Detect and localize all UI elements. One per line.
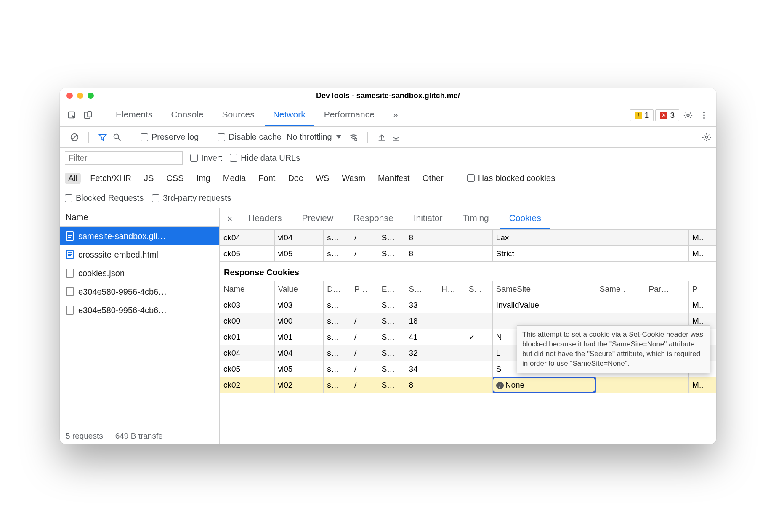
separator [88,132,89,143]
type-ws[interactable]: WS [312,173,332,184]
inspect-icon[interactable] [65,108,79,122]
more-icon[interactable] [697,108,711,122]
samesite-tooltip: This attempt to set a cookie via a Set-C… [517,325,710,373]
svg-point-3 [687,114,689,117]
network-settings-icon[interactable] [702,133,711,142]
svg-point-11 [355,138,357,141]
request-row[interactable]: samesite-sandbox.gli… [60,227,219,245]
error-icon: ✕ [660,112,667,119]
error-count: 3 [670,111,675,120]
request-row[interactable]: e304e580-9956-4cb6… [60,301,219,319]
detail-tabs: × Headers Preview Response Initiator Tim… [220,208,716,229]
warning-badge[interactable]: ! 1 [630,109,654,121]
dtab-headers[interactable]: Headers [239,208,291,229]
filter-icon[interactable] [98,133,107,142]
document-icon [66,250,74,260]
dtab-timing[interactable]: Timing [454,208,498,229]
tab-elements[interactable]: Elements [107,104,161,126]
invert-label: Invert [201,153,222,163]
transfer-size: 649 B transfe [109,428,169,444]
invert-checkbox[interactable]: Invert [190,153,222,163]
type-media[interactable]: Media [220,173,249,184]
tab-console[interactable]: Console [163,104,212,126]
samesite-value: None [505,380,524,389]
clear-icon[interactable] [70,133,79,142]
body-split: Name samesite-sandbox.gli… crosssite-emb… [60,208,716,444]
svg-rect-25 [66,306,73,314]
table-row-blocked[interactable]: ck02vl02s…/S…8 iNone M.. [220,377,716,393]
request-row[interactable]: cookies.json [60,264,219,282]
network-toolbar: Preserve log Disable cache No throttling [60,127,716,148]
device-toggle-icon[interactable] [81,108,95,122]
file-icon [66,287,74,297]
svg-rect-23 [66,269,73,277]
svg-point-5 [703,114,705,116]
type-fetch[interactable]: Fetch/XHR [87,173,135,184]
type-wasm[interactable]: Wasm [338,173,369,184]
request-name: samesite-sandbox.gli… [78,231,166,241]
network-conditions-icon[interactable] [349,133,358,142]
response-cookies-heading: Response Cookies [220,262,716,281]
has-blocked-cookies-checkbox[interactable]: Has blocked cookies [467,173,555,183]
settings-icon[interactable] [681,108,695,122]
svg-point-6 [703,117,705,119]
request-name: cookies.json [78,269,125,278]
svg-line-8 [72,134,77,140]
throttling-value: No throttling [287,132,332,142]
disable-cache-checkbox[interactable]: Disable cache [218,132,282,142]
search-icon[interactable] [112,133,122,142]
separator [208,132,208,143]
upload-har-icon[interactable] [377,133,386,142]
dtab-initiator[interactable]: Initiator [404,208,452,229]
hide-data-urls-checkbox[interactable]: Hide data URLs [230,153,300,163]
file-icon [66,268,74,278]
table-header-row: NameValueD…P…E…S…H…S…SameSiteSame…Par…P [220,281,716,297]
tab-performance[interactable]: Performance [316,104,383,126]
blocked-requests-label: Blocked Requests [76,193,144,203]
preserve-log-label: Preserve log [151,132,199,142]
svg-point-4 [703,112,705,113]
request-count: 5 requests [60,428,109,444]
svg-point-9 [114,134,119,138]
document-icon [66,231,74,241]
type-css[interactable]: CSS [163,173,187,184]
info-icon: i [496,382,504,389]
type-img[interactable]: Img [193,173,214,184]
cookies-body: ck04vl04s…/S…8LaxM.. ck05vl05s…/S…8Stric… [220,229,716,444]
preserve-log-checkbox[interactable]: Preserve log [141,132,199,142]
main-tabbar: Elements Console Sources Network Perform… [60,104,716,127]
tab-overflow[interactable]: » [385,104,407,126]
type-manifest[interactable]: Manifest [375,173,413,184]
window-title: DevTools - samesite-sandbox.glitch.me/ [60,91,716,100]
third-party-checkbox[interactable]: 3rd-party requests [152,193,231,203]
type-font[interactable]: Font [255,173,279,184]
filter-input[interactable] [65,151,183,165]
close-detail-icon[interactable]: × [222,213,237,224]
request-list-footer: 5 requests 649 B transfe [60,428,219,444]
dtab-preview[interactable]: Preview [292,208,343,229]
dtab-response[interactable]: Response [344,208,403,229]
request-row[interactable]: e304e580-9956-4cb6… [60,282,219,301]
tab-network[interactable]: Network [265,104,314,126]
table-row[interactable]: ck03vl03s…S…33InvalidValueM.. [220,297,716,313]
table-row[interactable]: ck04vl04s…/S…8LaxM.. [220,230,716,246]
resource-type-row: All Fetch/XHR JS CSS Img Media Font Doc … [60,168,716,188]
type-all[interactable]: All [65,173,81,184]
request-row[interactable]: crosssite-embed.html [60,245,219,264]
download-har-icon[interactable] [391,133,401,142]
type-other[interactable]: Other [419,173,447,184]
type-js[interactable]: JS [141,173,157,184]
tab-sources[interactable]: Sources [214,104,263,126]
chevron-down-icon [336,135,341,139]
separator [131,132,131,143]
dtab-cookies[interactable]: Cookies [500,208,550,229]
blocked-requests-checkbox[interactable]: Blocked Requests [65,193,144,203]
error-badge[interactable]: ✕ 3 [655,109,679,121]
filter-row: Invert Hide data URLs [60,148,716,168]
samesite-none-cell[interactable]: iNone [492,377,596,393]
throttling-dropdown[interactable]: No throttling [287,132,344,142]
third-party-label: 3rd-party requests [163,193,231,203]
type-doc[interactable]: Doc [284,173,306,184]
table-row[interactable]: ck05vl05s…/S…8StrictM.. [220,246,716,262]
block-row: Blocked Requests 3rd-party requests [60,188,716,208]
